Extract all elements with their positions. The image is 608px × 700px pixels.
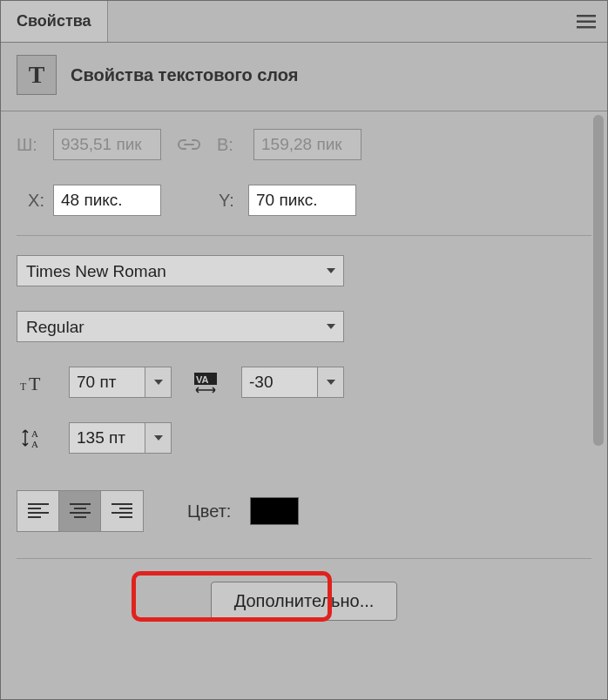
color-swatch[interactable] xyxy=(250,497,299,525)
hamburger-icon xyxy=(577,15,596,29)
leading-input[interactable] xyxy=(69,422,172,454)
tracking-icon: VA xyxy=(189,371,224,394)
x-label: X: xyxy=(17,191,44,211)
svg-text:A: A xyxy=(31,439,38,449)
properties-panel: Свойства T Свойства текстового слоя Ш: В… xyxy=(0,0,608,700)
advanced-button[interactable]: Дополнительно... xyxy=(211,582,398,621)
tracking-input[interactable] xyxy=(241,367,344,398)
svg-text:T: T xyxy=(29,373,41,394)
leading-icon: AA xyxy=(17,427,51,449)
svg-rect-2 xyxy=(577,26,596,29)
font-style-select[interactable]: Regular xyxy=(17,311,344,342)
font-size-dropdown[interactable] xyxy=(145,367,172,398)
height-input xyxy=(253,129,361,160)
text-align-group xyxy=(17,490,144,532)
x-input[interactable] xyxy=(53,185,161,216)
svg-text:A: A xyxy=(31,428,38,439)
width-label: Ш: xyxy=(17,135,44,155)
panel-menu-button[interactable] xyxy=(565,1,607,42)
svg-rect-1 xyxy=(577,20,596,23)
type-layer-icon: T xyxy=(17,55,57,95)
width-input xyxy=(53,129,161,160)
svg-rect-0 xyxy=(577,15,596,17)
color-label: Цвет: xyxy=(187,501,231,522)
tab-properties[interactable]: Свойства xyxy=(1,1,108,42)
align-left-button[interactable] xyxy=(17,491,59,531)
align-right-button[interactable] xyxy=(101,491,143,531)
font-size-icon: TT xyxy=(17,371,51,394)
scrollbar-thumb[interactable] xyxy=(593,115,604,446)
y-label: Y: xyxy=(219,191,240,211)
svg-text:VA: VA xyxy=(196,374,209,385)
tracking-dropdown[interactable] xyxy=(318,367,344,398)
leading-dropdown[interactable] xyxy=(145,422,172,454)
layer-header: T Свойства текстового слоя xyxy=(1,43,607,111)
align-center-button[interactable] xyxy=(59,491,101,531)
layer-title: Свойства текстового слоя xyxy=(71,65,298,85)
y-input[interactable] xyxy=(248,185,356,216)
svg-text:T: T xyxy=(20,380,27,393)
font-family-select[interactable]: Times New Roman xyxy=(17,255,344,286)
link-dimensions-icon[interactable] xyxy=(177,137,201,152)
height-label: В: xyxy=(217,135,245,155)
titlebar: Свойства xyxy=(1,1,607,43)
font-size-input[interactable] xyxy=(69,367,172,398)
content-area: Ш: В: X: Y: Times New Roman xyxy=(1,111,607,699)
